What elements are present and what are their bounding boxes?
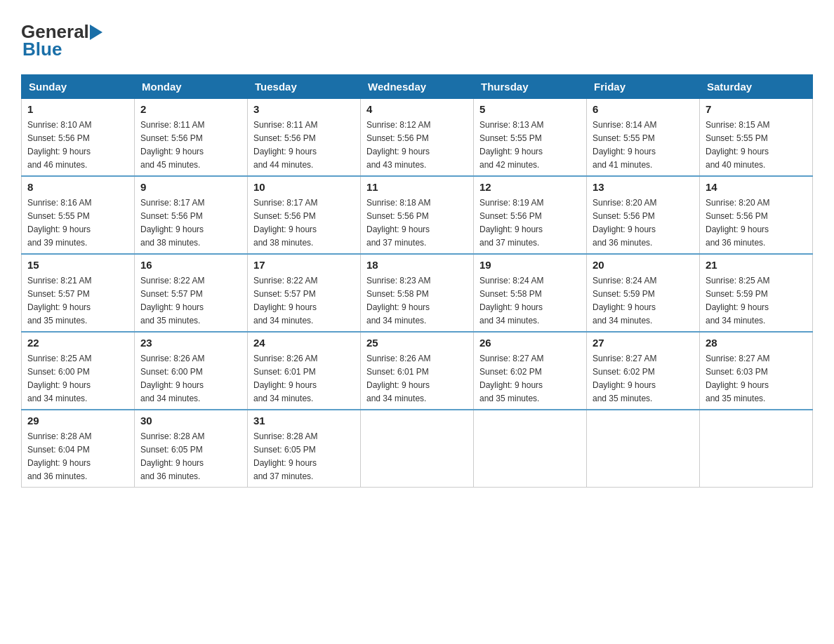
day-cell: 15 Sunrise: 8:21 AMSunset: 5:57 PMDaylig…: [22, 254, 135, 332]
day-number: 31: [253, 415, 355, 427]
day-info: Sunrise: 8:27 AMSunset: 6:03 PMDaylight:…: [706, 354, 769, 403]
day-number: 17: [253, 259, 355, 271]
day-cell: 28 Sunrise: 8:27 AMSunset: 6:03 PMDaylig…: [700, 332, 813, 410]
day-number: 3: [253, 103, 355, 115]
day-info: Sunrise: 8:14 AMSunset: 5:55 PMDaylight:…: [593, 120, 656, 170]
week-row-1: 1 Sunrise: 8:10 AMSunset: 5:56 PMDayligh…: [22, 99, 813, 177]
col-header-sunday: Sunday: [22, 75, 135, 99]
day-info: Sunrise: 8:19 AMSunset: 5:56 PMDaylight:…: [479, 198, 543, 248]
day-number: 2: [140, 103, 241, 115]
day-number: 10: [253, 181, 355, 193]
week-row-5: 29 Sunrise: 8:28 AMSunset: 6:04 PMDaylig…: [22, 410, 813, 488]
day-info: Sunrise: 8:17 AMSunset: 5:56 PMDaylight:…: [253, 198, 317, 248]
day-number: 6: [593, 103, 694, 115]
day-number: 22: [27, 337, 128, 349]
col-header-thursday: Thursday: [474, 75, 587, 99]
day-number: 25: [366, 337, 468, 349]
day-info: Sunrise: 8:22 AMSunset: 5:57 PMDaylight:…: [253, 276, 317, 326]
day-cell: 11 Sunrise: 8:18 AMSunset: 5:56 PMDaylig…: [361, 176, 474, 254]
day-number: 29: [27, 415, 128, 427]
day-cell: 20 Sunrise: 8:24 AMSunset: 5:59 PMDaylig…: [587, 254, 700, 332]
col-header-monday: Monday: [135, 75, 248, 99]
day-info: Sunrise: 8:12 AMSunset: 5:56 PMDaylight:…: [366, 120, 430, 170]
day-cell: 6 Sunrise: 8:14 AMSunset: 5:55 PMDayligh…: [587, 99, 700, 177]
day-number: 14: [706, 181, 807, 193]
day-info: Sunrise: 8:16 AMSunset: 5:55 PMDaylight:…: [27, 198, 91, 248]
day-info: Sunrise: 8:25 AMSunset: 6:00 PMDaylight:…: [27, 354, 91, 403]
day-info: Sunrise: 8:28 AMSunset: 6:05 PMDaylight:…: [140, 431, 204, 481]
day-cell: [587, 410, 700, 488]
day-number: 12: [479, 181, 581, 193]
logo-triangle-icon: [90, 25, 102, 40]
day-cell: 18 Sunrise: 8:23 AMSunset: 5:58 PMDaylig…: [361, 254, 474, 332]
day-cell: 2 Sunrise: 8:11 AMSunset: 5:56 PMDayligh…: [135, 99, 248, 177]
day-cell: [361, 410, 474, 488]
day-cell: 14 Sunrise: 8:20 AMSunset: 5:56 PMDaylig…: [700, 176, 813, 254]
day-cell: 16 Sunrise: 8:22 AMSunset: 5:57 PMDaylig…: [135, 254, 248, 332]
day-info: Sunrise: 8:17 AMSunset: 5:56 PMDaylight:…: [140, 198, 204, 248]
day-cell: 19 Sunrise: 8:24 AMSunset: 5:58 PMDaylig…: [474, 254, 587, 332]
day-number: 27: [593, 337, 694, 349]
day-cell: 7 Sunrise: 8:15 AMSunset: 5:55 PMDayligh…: [700, 99, 813, 177]
day-number: 11: [366, 181, 468, 193]
day-cell: 27 Sunrise: 8:27 AMSunset: 6:02 PMDaylig…: [587, 332, 700, 410]
day-info: Sunrise: 8:24 AMSunset: 5:58 PMDaylight:…: [479, 276, 543, 326]
calendar-table: SundayMondayTuesdayWednesdayThursdayFrid…: [21, 74, 813, 488]
day-number: 9: [140, 181, 241, 193]
day-number: 1: [27, 103, 128, 115]
day-info: Sunrise: 8:27 AMSunset: 6:02 PMDaylight:…: [479, 354, 543, 403]
day-cell: 3 Sunrise: 8:11 AMSunset: 5:56 PMDayligh…: [248, 99, 361, 177]
day-info: Sunrise: 8:21 AMSunset: 5:57 PMDaylight:…: [27, 276, 91, 326]
col-header-tuesday: Tuesday: [248, 75, 361, 99]
day-info: Sunrise: 8:11 AMSunset: 5:56 PMDaylight:…: [253, 120, 317, 170]
day-cell: 23 Sunrise: 8:26 AMSunset: 6:00 PMDaylig…: [135, 332, 248, 410]
day-number: 21: [706, 259, 807, 271]
logo-blue-text: Blue: [22, 39, 62, 60]
day-info: Sunrise: 8:20 AMSunset: 5:56 PMDaylight:…: [706, 198, 769, 248]
day-cell: 29 Sunrise: 8:28 AMSunset: 6:04 PMDaylig…: [22, 410, 135, 488]
day-cell: 22 Sunrise: 8:25 AMSunset: 6:00 PMDaylig…: [22, 332, 135, 410]
day-number: 15: [27, 259, 128, 271]
day-info: Sunrise: 8:20 AMSunset: 5:56 PMDaylight:…: [593, 198, 656, 248]
week-row-2: 8 Sunrise: 8:16 AMSunset: 5:55 PMDayligh…: [22, 176, 813, 254]
day-number: 18: [366, 259, 468, 271]
day-info: Sunrise: 8:23 AMSunset: 5:58 PMDaylight:…: [366, 276, 430, 326]
logo: General Blue: [21, 14, 103, 60]
day-info: Sunrise: 8:27 AMSunset: 6:02 PMDaylight:…: [593, 354, 656, 403]
day-cell: 10 Sunrise: 8:17 AMSunset: 5:56 PMDaylig…: [248, 176, 361, 254]
day-number: 5: [479, 103, 581, 115]
day-info: Sunrise: 8:24 AMSunset: 5:59 PMDaylight:…: [593, 276, 656, 326]
day-cell: 12 Sunrise: 8:19 AMSunset: 5:56 PMDaylig…: [474, 176, 587, 254]
day-info: Sunrise: 8:26 AMSunset: 6:00 PMDaylight:…: [140, 354, 204, 403]
col-header-friday: Friday: [587, 75, 700, 99]
day-number: 24: [253, 337, 355, 349]
col-header-saturday: Saturday: [700, 75, 813, 99]
day-number: 19: [479, 259, 581, 271]
day-info: Sunrise: 8:25 AMSunset: 5:59 PMDaylight:…: [706, 276, 769, 326]
day-info: Sunrise: 8:26 AMSunset: 6:01 PMDaylight:…: [366, 354, 430, 403]
day-cell: [474, 410, 587, 488]
header-row: SundayMondayTuesdayWednesdayThursdayFrid…: [22, 75, 813, 99]
day-info: Sunrise: 8:22 AMSunset: 5:57 PMDaylight:…: [140, 276, 204, 326]
day-cell: 17 Sunrise: 8:22 AMSunset: 5:57 PMDaylig…: [248, 254, 361, 332]
day-cell: 13 Sunrise: 8:20 AMSunset: 5:56 PMDaylig…: [587, 176, 700, 254]
day-number: 26: [479, 337, 581, 349]
day-cell: 26 Sunrise: 8:27 AMSunset: 6:02 PMDaylig…: [474, 332, 587, 410]
day-info: Sunrise: 8:26 AMSunset: 6:01 PMDaylight:…: [253, 354, 317, 403]
day-number: 30: [140, 415, 241, 427]
day-info: Sunrise: 8:11 AMSunset: 5:56 PMDaylight:…: [140, 120, 204, 170]
day-cell: 5 Sunrise: 8:13 AMSunset: 5:55 PMDayligh…: [474, 99, 587, 177]
col-header-wednesday: Wednesday: [361, 75, 474, 99]
day-info: Sunrise: 8:28 AMSunset: 6:05 PMDaylight:…: [253, 431, 317, 481]
svg-marker-0: [90, 25, 102, 40]
page-header: General Blue: [21, 14, 813, 60]
day-number: 28: [706, 337, 807, 349]
day-number: 23: [140, 337, 241, 349]
day-info: Sunrise: 8:28 AMSunset: 6:04 PMDaylight:…: [27, 431, 91, 481]
day-number: 8: [27, 181, 128, 193]
day-info: Sunrise: 8:18 AMSunset: 5:56 PMDaylight:…: [366, 198, 430, 248]
day-cell: 30 Sunrise: 8:28 AMSunset: 6:05 PMDaylig…: [135, 410, 248, 488]
day-info: Sunrise: 8:10 AMSunset: 5:56 PMDaylight:…: [27, 120, 91, 170]
day-cell: 21 Sunrise: 8:25 AMSunset: 5:59 PMDaylig…: [700, 254, 813, 332]
day-number: 13: [593, 181, 694, 193]
